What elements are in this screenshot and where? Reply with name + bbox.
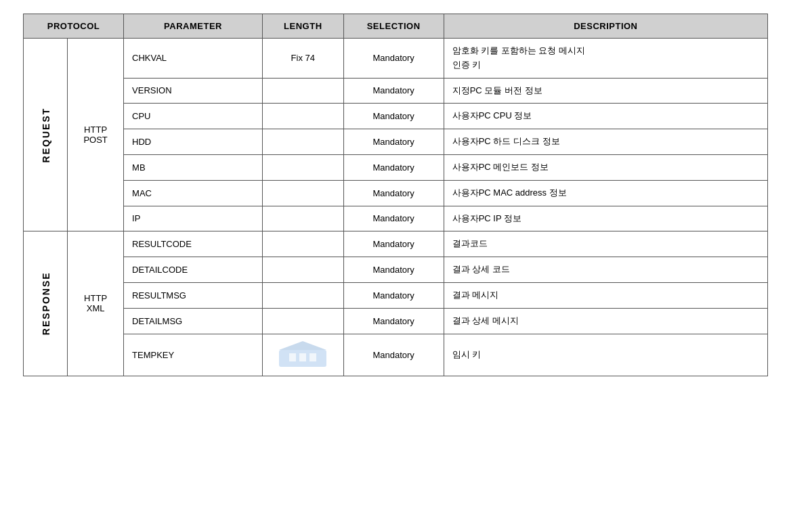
description-cell: 사용자PC CPU 정보 [444,104,767,129]
length-cell: Fix 74 [263,39,344,79]
selection-cell: Mandatory [343,129,444,155]
length-cell [263,180,344,206]
table-row: MAC [124,180,263,206]
svg-rect-2 [289,353,296,361]
description-cell: 지정PC 모듈 버전 정보 [444,78,767,104]
selection-cell: Mandatory [343,154,444,180]
description-cell: 결과 상세 코드 [444,257,767,283]
svg-rect-4 [309,353,316,361]
length-cell [263,231,344,257]
header-length: LENGTH [263,14,344,39]
response-method-cell: HTTP XML [68,231,124,376]
length-cell [263,154,344,180]
table-row: DETAILCODE [124,257,263,283]
length-cell [263,78,344,104]
selection-cell: Mandatory [343,180,444,206]
selection-cell: Mandatory [343,104,444,129]
selection-cell: Mandatory [343,78,444,104]
description-cell: 사용자PC IP 정보 [444,206,767,231]
svg-rect-3 [299,353,306,361]
length-cell [263,308,344,334]
table-row: CPU [124,104,263,129]
table-row: HDD [124,129,263,155]
selection-cell: Mandatory [343,308,444,334]
description-cell: 결과 상세 메시지 [444,308,767,334]
description-cell: 사용자PC MAC address 정보 [444,180,767,206]
selection-cell: Mandatory [343,39,444,79]
data-table: PROTOCOL PARAMETER LENGTH SELECTION DESC… [23,14,768,376]
selection-cell: Mandatory [343,206,444,231]
table-row: CHKVAL [124,39,263,79]
table-row: RESULTCODE [124,231,263,257]
description-cell: 암호화 키를 포함하는 요청 메시지 인증 키 [444,39,767,79]
header-parameter: PARAMETER [124,14,263,39]
table-row: VERSION [124,78,263,104]
table-row: IP [124,206,263,231]
response-protocol-cell: RESPONSE [24,231,68,376]
table-row: RESULTMSG [124,282,263,308]
table-row: TEMPKEY [124,334,263,376]
length-cell [263,257,344,283]
selection-cell: Mandatory [343,231,444,257]
length-cell [263,129,344,155]
svg-marker-1 [279,341,326,350]
header-description: DESCRIPTION [444,14,767,39]
description-cell: 결과 메시지 [444,282,767,308]
description-cell: 사용자PC 메인보드 정보 [444,154,767,180]
length-cell [263,282,344,308]
table-row: DETAILMSG [124,308,263,334]
description-cell: 임시 키 [444,334,767,376]
description-cell: 사용자PC 하드 디스크 정보 [444,129,767,155]
description-cell: 결과코드 [444,231,767,257]
header-selection: SELECTION [343,14,444,39]
selection-cell: Mandatory [343,257,444,283]
watermark-length-cell [263,334,344,376]
length-cell [263,104,344,129]
main-table-wrapper: PROTOCOL PARAMETER LENGTH SELECTION DESC… [23,14,768,376]
header-protocol: PROTOCOL [24,14,124,39]
selection-cell: Mandatory [343,282,444,308]
request-method-cell: HTTP POST [68,39,124,231]
request-protocol-cell: REQUEST [24,39,68,231]
selection-cell: Mandatory [343,334,444,376]
length-cell [263,206,344,231]
table-row: MB [124,154,263,180]
